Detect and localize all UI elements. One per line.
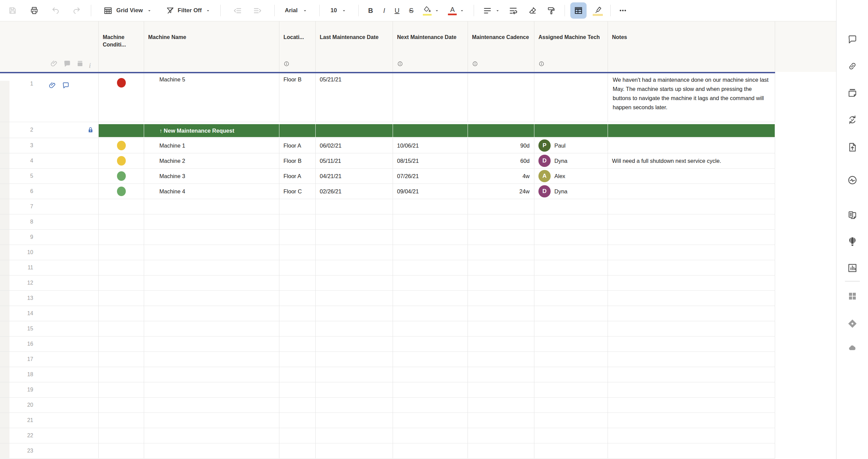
machine-name-cell[interactable]	[144, 367, 279, 382]
assigned-tech-cell[interactable]	[534, 367, 608, 382]
maintenance-cadence-cell[interactable]	[468, 260, 534, 275]
clear-format-eraser-button[interactable]	[528, 6, 537, 15]
next-maintenance-date-cell[interactable]	[393, 321, 468, 336]
maintenance-cadence-cell[interactable]	[468, 352, 534, 367]
next-maintenance-date-cell[interactable]	[393, 214, 468, 229]
notes-cell[interactable]	[608, 413, 775, 428]
maintenance-cadence-cell[interactable]	[468, 214, 534, 229]
cloud-icon[interactable]	[847, 343, 858, 353]
last-maintenance-date-cell[interactable]	[316, 199, 393, 214]
font-family-selector[interactable]: Arial	[285, 7, 307, 14]
machine-condition-cell[interactable]	[99, 337, 144, 351]
assigned-tech-cell[interactable]: AAlex	[534, 169, 608, 184]
assigned-tech-cell[interactable]: DDyna	[534, 153, 608, 168]
machine-condition-cell[interactable]	[99, 413, 144, 428]
notes-cell[interactable]	[608, 382, 775, 397]
machine-condition-cell[interactable]	[99, 443, 144, 458]
last-maintenance-date-cell[interactable]	[316, 306, 393, 321]
machine-condition-cell[interactable]	[99, 184, 144, 199]
notes-cell[interactable]	[608, 321, 775, 336]
next-maintenance-date-cell[interactable]	[393, 275, 468, 290]
location-cell[interactable]	[279, 321, 316, 336]
column-header[interactable]: Machine Conditi...	[99, 21, 144, 72]
row-info-icon[interactable]: i	[89, 62, 91, 69]
assigned-tech-cell[interactable]	[534, 214, 608, 229]
next-maintenance-date-cell[interactable]	[393, 306, 468, 321]
text-color-button[interactable]: A	[448, 6, 457, 15]
assigned-tech-cell[interactable]	[534, 306, 608, 321]
next-maintenance-date-cell[interactable]	[393, 428, 468, 443]
last-maintenance-date-cell[interactable]	[316, 443, 393, 458]
notes-cell[interactable]	[608, 337, 775, 351]
next-maintenance-date-cell[interactable]	[393, 260, 468, 275]
machine-name-cell[interactable]	[144, 443, 279, 458]
align-caret[interactable]	[495, 8, 500, 13]
notes-cell[interactable]	[608, 214, 775, 229]
italic-button[interactable]: I	[383, 7, 385, 15]
assigned-tech-cell[interactable]	[534, 413, 608, 428]
assigned-tech-cell[interactable]	[534, 321, 608, 336]
location-cell[interactable]: Floor A	[279, 169, 316, 184]
machine-condition-cell[interactable]	[99, 153, 144, 168]
last-maintenance-date-cell[interactable]	[316, 214, 393, 229]
machine-condition-cell[interactable]	[99, 367, 144, 382]
machine-name-cell[interactable]	[144, 306, 279, 321]
machine-name-cell[interactable]: Machine 4	[144, 184, 279, 199]
notes-cell[interactable]	[608, 199, 775, 214]
indent-button[interactable]	[253, 6, 262, 15]
last-maintenance-date-cell[interactable]	[316, 230, 393, 245]
location-cell[interactable]	[279, 337, 316, 351]
location-cell[interactable]	[279, 275, 316, 290]
activity-log-icon[interactable]	[847, 175, 858, 187]
print-button[interactable]	[30, 6, 39, 15]
location-cell[interactable]	[279, 245, 316, 260]
strikethrough-button[interactable]: S	[409, 7, 413, 15]
row-number-cell[interactable]: 19	[0, 382, 99, 397]
row-number-cell[interactable]: 3	[0, 138, 99, 153]
machine-name-cell[interactable]	[144, 199, 279, 214]
last-maintenance-date-cell[interactable]: 02/26/21	[316, 184, 393, 199]
underline-button[interactable]: U	[395, 7, 399, 15]
last-maintenance-date-cell[interactable]	[316, 428, 393, 443]
row-number-cell[interactable]: 1	[0, 73, 99, 122]
notes-cell[interactable]	[608, 260, 775, 275]
assigned-tech-cell[interactable]	[534, 275, 608, 290]
maintenance-cadence-cell[interactable]	[468, 73, 534, 122]
machine-condition-cell[interactable]	[99, 352, 144, 367]
notes-cell[interactable]	[608, 230, 775, 245]
column-info-icon[interactable]	[538, 61, 545, 69]
column-header[interactable]: Machine Name	[144, 21, 279, 72]
column-header[interactable]: Notes	[608, 21, 775, 72]
location-cell[interactable]: Floor B	[279, 73, 316, 122]
status-ball-yellow[interactable]	[117, 156, 126, 166]
maintenance-cadence-cell[interactable]	[468, 199, 534, 214]
assigned-tech-cell[interactable]	[534, 291, 608, 306]
machine-condition-cell[interactable]	[99, 138, 144, 153]
machine-condition-cell[interactable]	[99, 398, 144, 413]
machine-name-cell[interactable]	[144, 245, 279, 260]
machine-name-cell[interactable]	[144, 321, 279, 336]
machine-condition-cell[interactable]	[99, 199, 144, 214]
banner-cell[interactable]	[316, 122, 393, 138]
machine-condition-cell[interactable]	[99, 230, 144, 245]
conversations-icon[interactable]	[847, 34, 858, 46]
last-maintenance-date-cell[interactable]	[316, 275, 393, 290]
row-number-cell[interactable]: 11	[0, 260, 99, 275]
machine-condition-cell[interactable]	[99, 245, 144, 260]
column-header[interactable]: Maintenance Cadence	[468, 21, 534, 72]
next-maintenance-date-cell[interactable]	[393, 337, 468, 351]
machine-name-cell[interactable]	[144, 398, 279, 413]
next-maintenance-date-cell[interactable]	[393, 230, 468, 245]
column-header[interactable]: Assigned Machine Tech	[534, 21, 608, 72]
update-requests-icon[interactable]	[847, 114, 858, 127]
location-cell[interactable]	[279, 291, 316, 306]
maintenance-cadence-cell[interactable]	[468, 382, 534, 397]
maintenance-cadence-cell[interactable]	[468, 337, 534, 351]
save-button[interactable]	[8, 6, 17, 15]
machine-name-cell[interactable]	[144, 428, 279, 443]
maintenance-cadence-cell[interactable]	[468, 306, 534, 321]
machine-condition-cell[interactable]	[99, 321, 144, 336]
location-cell[interactable]: Floor C	[279, 184, 316, 199]
column-info-icon[interactable]	[283, 61, 290, 69]
last-maintenance-date-cell[interactable]: 05/11/21	[316, 153, 393, 168]
